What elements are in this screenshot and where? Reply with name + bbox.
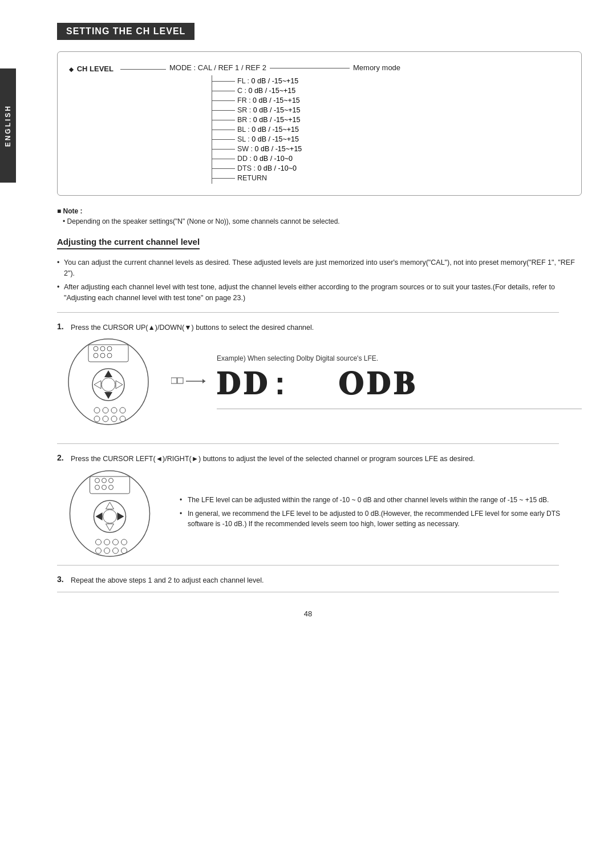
remote-control-up-down xyxy=(57,336,160,427)
svg-point-19 xyxy=(103,416,108,422)
ch-level-diagram-box: ◆ CH LEVEL MODE : CAL / REF 1 / REF 2 Me… xyxy=(57,51,582,196)
svg-point-14 xyxy=(94,407,100,413)
svg-marker-39 xyxy=(117,512,124,520)
svg-point-47 xyxy=(121,548,127,554)
svg-marker-12 xyxy=(94,381,101,389)
mode-text: MODE : CAL / REF 1 / REF 2 xyxy=(166,63,270,72)
svg-marker-38 xyxy=(96,512,103,520)
list-item: DD : 0 dB / -10~0 xyxy=(212,155,400,163)
step-3-row: 3. Repeat the above steps 1 and 2 to adj… xyxy=(57,575,582,586)
svg-point-31 xyxy=(95,485,100,490)
svg-point-42 xyxy=(113,539,119,545)
svg-point-32 xyxy=(102,485,107,490)
tree-diagram: MODE : CAL / REF 1 / REF 2 Memory mode F… xyxy=(166,63,400,184)
step-2-bullet-1: The LFE level can be adjusted within the… xyxy=(180,495,582,506)
list-item: SL : 0 dB / -15~+15 xyxy=(212,135,400,143)
svg-point-15 xyxy=(103,407,108,413)
body-text-1: You can adjust the current channel level… xyxy=(57,257,582,280)
svg-point-45 xyxy=(104,548,110,554)
list-item: BR : 0 dB / -15~+15 xyxy=(212,116,400,124)
svg-point-26 xyxy=(70,471,150,556)
step-1-illustration: Example) When selecting Dolby Digital so… xyxy=(57,336,582,427)
svg-marker-25 xyxy=(202,379,205,383)
svg-point-35 xyxy=(103,510,117,523)
svg-point-46 xyxy=(113,548,119,554)
svg-point-44 xyxy=(96,548,102,554)
step-1-text: Press the CURSOR UP(▲)/DOWN(▼) buttons t… xyxy=(71,322,314,333)
svg-point-21 xyxy=(120,416,125,422)
step-2-row: 2. Press the CURSOR LEFT(◄)/RIGHT(►) but… xyxy=(57,453,582,465)
svg-marker-36 xyxy=(106,502,114,509)
page-number: 48 xyxy=(34,609,582,618)
language-sidebar: ENGLISH xyxy=(0,68,16,183)
step-3-text: Repeat the above steps 1 and 2 to adjust… xyxy=(71,575,264,586)
svg-marker-10 xyxy=(104,370,112,377)
svg-point-29 xyxy=(102,478,107,483)
body-text-2: After adjusting each channel level with … xyxy=(57,282,582,304)
lcd-display: 𝐃𝐃: 𝐎𝐃𝐁 xyxy=(217,367,582,409)
svg-point-30 xyxy=(109,478,114,483)
svg-point-33 xyxy=(109,485,114,490)
sub-items-tree: FL : 0 dB / -15~+15 C : 0 dB / -15~+15 F… xyxy=(212,75,400,184)
svg-point-9 xyxy=(102,378,115,391)
divider-1 xyxy=(57,312,559,313)
step-1-number: 1. xyxy=(57,322,67,331)
language-label: ENGLISH xyxy=(4,104,12,147)
svg-point-5 xyxy=(94,353,98,358)
memory-mode-text: Memory mode xyxy=(350,63,400,72)
section-heading: Adjusting the current channel level xyxy=(57,237,582,249)
svg-point-0 xyxy=(68,339,148,425)
lcd-text: 𝐃𝐃: 𝐎𝐃𝐁 xyxy=(217,368,418,404)
remote-control-left-right xyxy=(57,468,163,559)
divider-3 xyxy=(57,565,559,566)
section-title: Adjusting the current channel level xyxy=(57,237,200,249)
svg-marker-11 xyxy=(104,392,112,399)
svg-point-18 xyxy=(94,416,100,422)
svg-point-16 xyxy=(111,407,117,413)
svg-point-41 xyxy=(104,539,110,545)
step-2-right-text: The LFE level can be adjusted within the… xyxy=(180,495,582,532)
svg-point-28 xyxy=(95,478,100,483)
svg-marker-37 xyxy=(106,524,114,531)
step-3-number: 3. xyxy=(57,575,67,584)
list-item: C : 0 dB / -15~+15 xyxy=(212,87,400,95)
svg-point-43 xyxy=(121,539,127,545)
list-item: SW : 0 dB / -15~+15 xyxy=(212,145,400,153)
note-bullet: • Depending on the speaker settings("N" … xyxy=(57,217,582,225)
step-2-number: 2. xyxy=(57,453,67,462)
divider-2 xyxy=(57,443,559,444)
svg-point-40 xyxy=(96,539,102,545)
ch-level-label: ◆ CH LEVEL xyxy=(69,63,120,73)
list-item: FR : 0 dB / -15~+15 xyxy=(212,96,400,104)
step-1-row: 1. Press the CURSOR UP(▲)/DOWN(▼) button… xyxy=(57,322,582,333)
step-2-text: Press the CURSOR LEFT(◄)/RIGHT(►) button… xyxy=(71,453,475,465)
svg-point-4 xyxy=(107,346,112,351)
svg-point-3 xyxy=(100,346,105,351)
list-item: BL : 0 dB / -15~+15 xyxy=(212,126,400,134)
svg-point-20 xyxy=(111,416,117,422)
diamond-icon: ◆ xyxy=(69,66,74,72)
svg-rect-23 xyxy=(177,378,183,383)
divider-4 xyxy=(57,592,559,592)
svg-point-6 xyxy=(100,353,105,358)
list-item: RETURN xyxy=(212,174,400,182)
list-item: FL : 0 dB / -15~+15 xyxy=(212,77,400,85)
note-section: ■ Note : • Depending on the speaker sett… xyxy=(57,207,582,225)
list-item: SR : 0 dB / -15~+15 xyxy=(212,106,400,114)
lcd-caption: Example) When selecting Dolby Digital so… xyxy=(217,354,582,362)
svg-point-17 xyxy=(120,407,125,413)
svg-rect-22 xyxy=(171,378,177,383)
svg-marker-13 xyxy=(116,381,123,389)
svg-point-2 xyxy=(94,346,98,351)
step-2-bullet-2: In general, we recommend the LFE level t… xyxy=(180,508,582,530)
note-title: ■ Note : xyxy=(57,207,582,215)
step-1-arrow xyxy=(171,373,205,390)
return-label: RETURN xyxy=(235,174,267,182)
body-text-block: You can adjust the current channel level… xyxy=(57,257,582,304)
step-2-illustration: The LFE level can be adjusted within the… xyxy=(57,468,582,559)
page-title: SETTING THE CH LEVEL xyxy=(57,23,194,40)
svg-point-7 xyxy=(107,353,112,358)
list-item: DTS : 0 dB / -10~0 xyxy=(212,164,400,172)
lcd-display-wrapper: Example) When selecting Dolby Digital so… xyxy=(217,354,582,409)
